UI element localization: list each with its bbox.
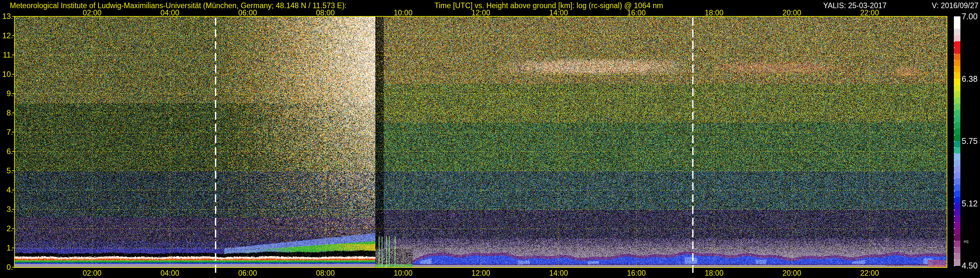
y-tick-label: 10. xyxy=(0,70,13,79)
y-tick-label: 5. xyxy=(0,166,13,175)
x-tick-label-bottom: 14:00 xyxy=(549,269,568,278)
y-tick-label: 8. xyxy=(0,108,13,117)
x-tick-label-bottom: 22:00 xyxy=(860,269,879,278)
x-tick-label-bottom: 20:00 xyxy=(783,269,801,278)
lidar-heatmap-canvas xyxy=(0,0,980,278)
y-tick-label: 7. xyxy=(0,128,13,137)
y-tick-label: 9. xyxy=(0,89,13,98)
x-tick-label-top: 16:00 xyxy=(627,8,646,18)
x-tick-label-top: 14:00 xyxy=(549,8,568,18)
x-tick-label-bottom: 12:00 xyxy=(471,269,490,278)
y-tick-label: 6. xyxy=(0,147,13,156)
y-tick-label: 3. xyxy=(0,205,13,214)
x-tick-label-top: 22:00 xyxy=(860,8,879,18)
y-tick-label: 0. xyxy=(0,263,13,272)
x-tick-label-top: 10:00 xyxy=(394,8,412,18)
x-tick-label-top: 04:00 xyxy=(161,8,179,18)
colorbar-tick-label: 7.00 xyxy=(962,12,978,21)
y-tick-label: 13. xyxy=(0,12,13,21)
x-tick-label-top: 08:00 xyxy=(316,8,335,18)
lidar-quicklook-page: Meteorological Institute of Ludwig-Maxim… xyxy=(0,0,980,278)
x-tick-label-bottom: 10:00 xyxy=(394,269,412,278)
x-tick-label-top: 06:00 xyxy=(238,8,257,18)
y-tick-label: 12. xyxy=(0,31,13,40)
x-tick-label-top: 02:00 xyxy=(83,8,102,18)
y-tick-label: 1. xyxy=(0,243,13,252)
x-tick-label-top: 12:00 xyxy=(471,8,490,18)
x-tick-label-bottom: 04:00 xyxy=(161,269,179,278)
y-tick-label: 2. xyxy=(0,224,13,233)
x-tick-label-top: 20:00 xyxy=(783,8,801,18)
y-tick-label: 11. xyxy=(0,50,13,59)
x-tick-label-bottom: 02:00 xyxy=(83,269,102,278)
colorbar-tick-label: 5.12 xyxy=(962,198,978,208)
y-tick-label: 4. xyxy=(0,185,13,195)
colorbar-eq-label: eq xyxy=(964,239,968,244)
x-tick-label-top: 18:00 xyxy=(705,8,724,18)
x-tick-label-bottom: 06:00 xyxy=(238,269,257,278)
x-tick-label-bottom: 18:00 xyxy=(705,269,724,278)
header-version: V: 2016/09/27 xyxy=(932,1,978,10)
colorbar-tick-label: 6.38 xyxy=(962,74,978,83)
x-tick-label-bottom: 08:00 xyxy=(316,269,335,278)
colorbar-tick-label: 4.50 xyxy=(962,261,978,270)
colorbar-tick-label: 5.75 xyxy=(962,136,978,146)
x-tick-label-bottom: 16:00 xyxy=(627,269,646,278)
